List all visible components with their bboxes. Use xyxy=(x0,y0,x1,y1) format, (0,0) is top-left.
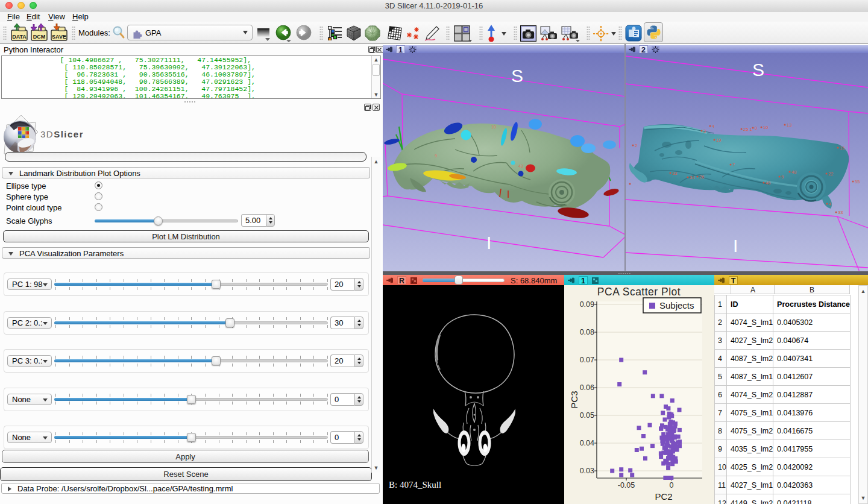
svg-text:16: 16 xyxy=(840,145,844,151)
svg-text:25 1: 25 1 xyxy=(743,127,752,132)
svg-text:48: 48 xyxy=(791,169,796,175)
svg-text:0.07: 0.07 xyxy=(580,356,594,364)
svg-text:PCA Scatter Plot: PCA Scatter Plot xyxy=(597,286,681,298)
svg-text:10: 10 xyxy=(763,125,768,130)
svg-text:I: I xyxy=(486,233,491,253)
svg-text:26: 26 xyxy=(699,174,704,180)
svg-text:10: 10 xyxy=(491,125,496,129)
svg-text:0: 0 xyxy=(755,125,757,131)
svg-text:4: 4 xyxy=(712,124,714,129)
svg-text:55: 55 xyxy=(855,179,860,184)
svg-text:0.08: 0.08 xyxy=(580,328,594,336)
svg-text:9: 9 xyxy=(781,174,784,180)
svg-text:13: 13 xyxy=(787,122,791,128)
svg-text:4: 4 xyxy=(829,201,831,207)
svg-text:19: 19 xyxy=(716,137,721,143)
svg-text:43: 43 xyxy=(518,164,523,168)
svg-text:0.06: 0.06 xyxy=(580,383,594,392)
svg-text:PC3: PC3 xyxy=(569,391,579,408)
svg-text:DATA: DATA xyxy=(12,34,27,40)
svg-text:S: S xyxy=(752,60,764,80)
svg-text:2: 2 xyxy=(635,143,637,148)
svg-text:9: 9 xyxy=(435,154,437,158)
svg-text:-0.05: -0.05 xyxy=(618,481,635,490)
svg-text:34: 34 xyxy=(690,175,694,180)
svg-text:I: I xyxy=(733,236,738,256)
svg-text:33: 33 xyxy=(838,210,843,215)
svg-text:0: 0 xyxy=(670,481,674,490)
svg-text:B: 4074_Skull: B: 4074_Skull xyxy=(389,480,441,490)
svg-text:0.05: 0.05 xyxy=(580,411,594,420)
svg-text:22: 22 xyxy=(828,171,833,177)
svg-text:0.03: 0.03 xyxy=(580,467,594,475)
svg-text:S: S xyxy=(511,66,523,86)
svg-text:DCM: DCM xyxy=(33,34,46,40)
svg-text:0.09: 0.09 xyxy=(580,300,594,309)
svg-text:7: 7 xyxy=(732,162,735,168)
svg-text:PC2: PC2 xyxy=(655,491,672,502)
svg-text:SAVE: SAVE xyxy=(52,34,66,40)
svg-text:46: 46 xyxy=(766,180,770,186)
svg-text:0.04: 0.04 xyxy=(580,439,594,447)
svg-text:33: 33 xyxy=(672,171,677,176)
svg-text:Subjects: Subjects xyxy=(659,300,694,310)
svg-text:3: 3 xyxy=(703,128,706,134)
